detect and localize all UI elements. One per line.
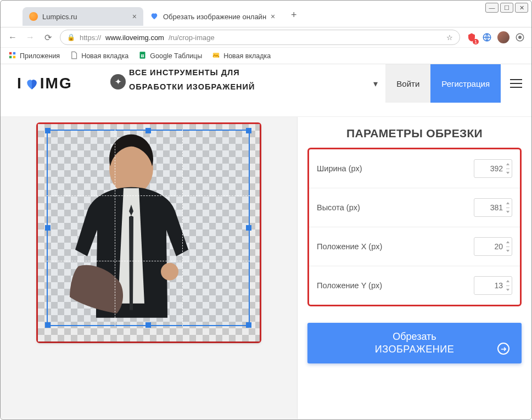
profile-avatar[interactable] [497, 31, 509, 43]
star-icon[interactable]: ☆ [446, 33, 453, 42]
lock-icon: 🔒 [67, 33, 75, 41]
apps-icon [8, 51, 16, 61]
param-label: Положение X (px) [317, 242, 382, 251]
url-host: www.iloveimg.com [105, 33, 164, 42]
crop-handle-l[interactable] [45, 225, 51, 231]
gear-icon[interactable]: ✦ [110, 74, 126, 89]
caret-down-icon[interactable]: ▾ [366, 64, 385, 103]
crop-handle-br[interactable] [246, 322, 251, 328]
bookmark-label: Приложения [20, 52, 60, 60]
register-button[interactable]: Регистрация [430, 64, 501, 103]
reload-button[interactable]: ⟳ [42, 32, 53, 43]
address-bar[interactable]: 🔒 https://www.iloveimg.com/ru/crop-image… [60, 30, 460, 45]
menu-button[interactable] [501, 64, 531, 103]
svg-rect-4 [13, 52, 15, 54]
tab-lumpics[interactable]: Lumpics.ru × [23, 7, 143, 26]
window-maximize[interactable]: ☐ [500, 3, 513, 13]
extension-badge: 1 [473, 39, 479, 44]
image-canvas[interactable] [38, 124, 260, 341]
tab-iloveimg[interactable]: Обрезать изображение онлайн × [143, 7, 282, 26]
forward-button[interactable]: → [25, 32, 36, 42]
bookmark-apps[interactable]: Приложения [8, 51, 60, 61]
page-icon [70, 51, 78, 61]
panel-title: ПАРАМЕТРЫ ОБРЕЗКИ [298, 117, 531, 148]
window-minimize[interactable]: — [485, 3, 499, 13]
svg-point-1 [518, 36, 522, 39]
spin-down-icon[interactable] [506, 289, 509, 291]
svg-rect-5 [9, 55, 12, 58]
bookmark-sheets[interactable]: Google Таблицы [138, 51, 202, 61]
favicon-iloveimg [150, 12, 159, 22]
crop-handle-b[interactable] [145, 322, 151, 328]
spin-up-icon[interactable] [506, 241, 509, 243]
location-icon[interactable] [515, 32, 525, 42]
window-close[interactable]: ✕ [515, 3, 528, 13]
height-input[interactable]: 381 [474, 198, 512, 217]
extension-adblock-icon[interactable]: 1 [467, 32, 477, 42]
crop-params-panel: Ширина (px) 392 Высота (px) 381 Положени… [307, 148, 522, 306]
sheets-icon [138, 51, 147, 61]
param-label: Высота (px) [317, 203, 360, 212]
url-path: /ru/crop-image [169, 33, 215, 42]
param-row-posy: Положение Y (px) 13 [309, 266, 520, 305]
crop-handle-tr[interactable] [246, 128, 251, 133]
logo-prefix: I [17, 75, 23, 92]
bookmark-label: Новая вкладка [223, 52, 271, 60]
input-value: 381 [490, 203, 503, 212]
close-icon[interactable]: × [132, 12, 137, 21]
param-label: Положение Y (px) [317, 281, 382, 290]
spin-down-icon[interactable] [506, 172, 509, 174]
param-row-posx: Положение X (px) 20 [309, 227, 520, 266]
heart-icon [24, 77, 38, 90]
bookmark-label: Новая вкладка [81, 52, 128, 60]
spin-up-icon[interactable] [506, 202, 509, 204]
favicon-lumpics [29, 12, 38, 21]
crop-area-highlight [36, 122, 261, 343]
svg-rect-6 [13, 55, 15, 58]
crop-handle-bl[interactable] [45, 322, 51, 328]
input-value: 392 [490, 164, 503, 173]
spin-down-icon[interactable] [506, 211, 509, 213]
close-icon[interactable]: × [271, 12, 275, 21]
input-value: 20 [494, 242, 503, 251]
spin-up-icon[interactable] [506, 163, 509, 165]
bookmark-new-tab-1[interactable]: Новая вкладка [70, 51, 128, 61]
crop-handle-tl[interactable] [45, 128, 51, 133]
input-value: 13 [494, 281, 503, 290]
tab-label: Lumpics.ru [42, 13, 77, 21]
posy-input[interactable]: 13 [474, 276, 512, 295]
extension-globe-icon[interactable] [482, 32, 492, 42]
all-tools-label: ВСЕ ИНСТРУМЕНТЫ ДЛЯ ОБРАБОТКИ ИЗОБРАЖЕНИ… [129, 65, 283, 94]
login-button[interactable]: Войти [385, 64, 430, 103]
bookmark-new-tab-2[interactable]: Новая вкладка [212, 51, 271, 61]
crop-handle-t[interactable] [145, 128, 151, 133]
tab-label: Обрезать изображение онлайн [163, 13, 266, 21]
param-label: Ширина (px) [317, 164, 362, 173]
url-proto: https:// [80, 33, 101, 42]
new-tab-button[interactable]: + [286, 7, 301, 23]
param-row-width: Ширина (px) 392 [309, 149, 520, 188]
spin-down-icon[interactable] [506, 250, 509, 252]
svg-rect-3 [9, 52, 12, 54]
logo-suffix: IMG [40, 75, 72, 92]
crop-image-button[interactable]: Обрезать ИЗОБРАЖЕНИЕ ➜ [307, 323, 522, 363]
crop-selection[interactable] [47, 130, 250, 326]
back-button[interactable]: ← [7, 32, 18, 42]
arrow-right-icon: ➜ [497, 343, 509, 355]
crop-handle-r[interactable] [246, 225, 251, 231]
spin-up-icon[interactable] [506, 280, 509, 282]
picture-icon [212, 51, 220, 61]
logo[interactable]: I IMG [1, 64, 110, 103]
param-row-height: Высота (px) 381 [309, 188, 520, 227]
width-input[interactable]: 392 [474, 159, 512, 178]
crop-btn-line1: Обрезать [393, 331, 436, 343]
hamburger-icon [510, 83, 522, 85]
bookmark-label: Google Таблицы [150, 52, 202, 60]
posx-input[interactable]: 20 [474, 237, 512, 256]
crop-btn-line2: ИЗОБРАЖЕНИЕ [375, 344, 454, 355]
